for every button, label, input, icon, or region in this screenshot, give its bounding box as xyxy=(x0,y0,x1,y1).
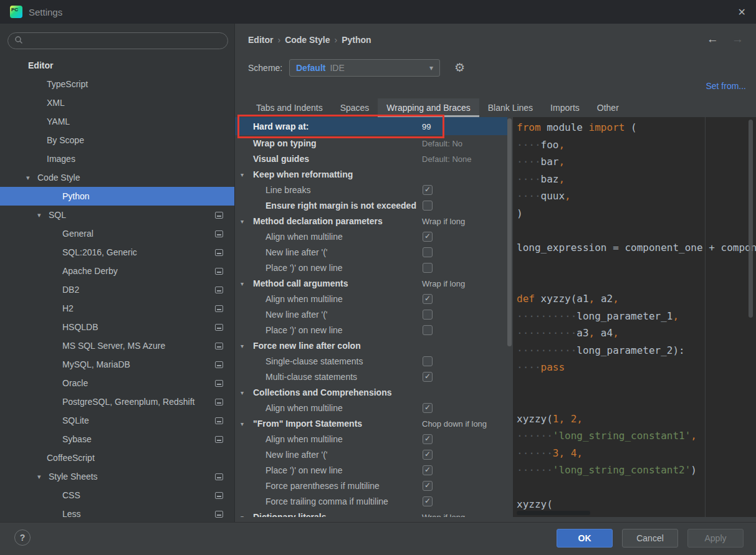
sidebar-item-yaml[interactable]: YAML xyxy=(0,112,234,131)
sidebar-item-sqlite[interactable]: SQLite xyxy=(0,411,234,430)
breadcrumb-item-editor[interactable]: Editor xyxy=(248,35,273,45)
chevron-down-icon[interactable]: ▾ xyxy=(241,217,244,224)
checkbox[interactable]: ✓ xyxy=(423,294,433,304)
checkbox[interactable]: ✓ xyxy=(423,450,433,460)
sidebar-item-coffeescript[interactable]: CoffeeScript xyxy=(0,448,234,467)
chevron-down-icon[interactable]: ▾ xyxy=(241,513,244,517)
setting-row-collections-and-comprehensions[interactable]: ▾Collections and Comprehensions xyxy=(235,384,507,400)
help-button[interactable]: ? xyxy=(14,529,31,546)
tab-tabs-and-indents[interactable]: Tabs and Indents xyxy=(247,98,332,117)
sidebar-item-by-scope[interactable]: By Scope xyxy=(0,131,234,149)
setting-value[interactable]: Wrap if long xyxy=(422,512,465,517)
setting-value[interactable]: Wrap if long xyxy=(422,278,465,288)
checkbox[interactable] xyxy=(423,310,433,320)
sidebar-item-hsqldb[interactable]: HSQLDB xyxy=(0,318,234,336)
setting-value[interactable]: 99 xyxy=(422,121,431,131)
cancel-button[interactable]: Cancel xyxy=(622,529,678,548)
ok-button[interactable]: OK xyxy=(557,529,613,548)
setting-row-align-when-multiline[interactable]: Align when multiline✓ xyxy=(235,400,507,415)
gear-icon[interactable]: ⚙ xyxy=(454,60,465,75)
sidebar-item-python[interactable]: Python xyxy=(0,187,234,206)
setting-row-method-declaration-parameters[interactable]: ▾Method declaration parametersWrap if lo… xyxy=(235,213,507,229)
tab-other[interactable]: Other xyxy=(588,98,628,117)
sidebar-item-less[interactable]: Less xyxy=(0,505,234,522)
setting-row-new-line-after[interactable]: New line after '(' xyxy=(235,306,507,322)
setting-row-align-when-multiline[interactable]: Align when multiline✓ xyxy=(235,229,507,244)
setting-row-wrap-on-typing[interactable]: Wrap on typingDefault: No xyxy=(235,135,507,151)
checkbox[interactable] xyxy=(423,201,433,211)
sidebar-item-sql[interactable]: ▾SQL xyxy=(0,206,234,224)
back-arrow-icon[interactable]: ← xyxy=(707,32,719,45)
setting-row-multi-clause-statements[interactable]: Multi-clause statements✓ xyxy=(235,369,507,384)
setting-row-from-import-statements[interactable]: ▾"From" Import StatementsChop down if lo… xyxy=(235,415,507,431)
setting-row-align-when-multiline[interactable]: Align when multiline✓ xyxy=(235,291,507,306)
setting-row-ensure-right-margin-is-not-exceeded[interactable]: Ensure right margin is not exceeded xyxy=(235,197,507,213)
chevron-down-icon[interactable]: ▾ xyxy=(37,206,41,224)
setting-row-place-on-new-line[interactable]: Place ')' on new line xyxy=(235,322,507,338)
checkbox[interactable]: ✓ xyxy=(423,185,433,195)
setting-row-line-breaks[interactable]: Line breaks✓ xyxy=(235,182,507,197)
checkbox[interactable]: ✓ xyxy=(423,403,433,413)
checkbox[interactable]: ✓ xyxy=(423,465,433,475)
sidebar-item-db2[interactable]: DB2 xyxy=(0,280,234,299)
sidebar-item-sql-2016-generic[interactable]: SQL:2016, Generic xyxy=(0,243,234,262)
chevron-down-icon[interactable]: ▾ xyxy=(241,420,244,427)
set-from-link[interactable]: Set from... xyxy=(706,81,746,91)
checkbox[interactable]: ✓ xyxy=(423,481,433,491)
sidebar-item-ms-sql-server-ms-azure[interactable]: MS SQL Server, MS Azure xyxy=(0,336,234,355)
checkbox[interactable] xyxy=(423,263,433,273)
sidebar-item-css[interactable]: CSS xyxy=(0,486,234,505)
setting-value[interactable]: Default: None xyxy=(422,154,472,163)
checkbox[interactable]: ✓ xyxy=(423,434,433,444)
chevron-down-icon[interactable]: ▾ xyxy=(241,280,244,287)
search-input[interactable] xyxy=(7,32,228,49)
checkbox[interactable]: ✓ xyxy=(423,232,433,242)
setting-row-force-parentheses-if-multiline[interactable]: Force parentheses if multiline✓ xyxy=(235,478,507,493)
sidebar-item-postgresql-greenplum-redshift[interactable]: PostgreSQL, Greenplum, Redshift xyxy=(0,392,234,411)
sidebar-item-style-sheets[interactable]: ▾Style Sheets xyxy=(0,467,234,486)
close-icon[interactable]: ✕ xyxy=(738,6,746,18)
setting-row-new-line-after[interactable]: New line after '(' xyxy=(235,244,507,260)
settings-scrollbar[interactable] xyxy=(507,118,512,346)
sidebar-item-general[interactable]: General xyxy=(0,224,234,243)
sidebar-item-xml[interactable]: XML xyxy=(0,93,234,112)
checkbox[interactable] xyxy=(423,325,433,335)
sidebar-item-typescript[interactable]: TypeScript xyxy=(0,75,234,93)
chevron-down-icon[interactable]: ▾ xyxy=(241,171,244,178)
scheme-select[interactable]: Default IDE ▾ xyxy=(289,59,440,77)
breadcrumb-item-code-style[interactable]: Code Style xyxy=(285,35,330,45)
setting-row-single-clause-statements[interactable]: Single-clause statements xyxy=(235,353,507,369)
editor-vertical-scrollbar[interactable] xyxy=(749,120,753,318)
setting-row-hard-wrap-at[interactable]: Hard wrap at:99 xyxy=(235,117,507,135)
setting-row-force-new-line-after-colon[interactable]: ▾Force new line after colon xyxy=(235,338,507,353)
checkbox[interactable] xyxy=(423,356,433,366)
sidebar-item-h2[interactable]: H2 xyxy=(0,299,234,318)
sidebar-item-images[interactable]: Images xyxy=(0,149,234,168)
setting-row-method-call-arguments[interactable]: ▾Method call argumentsWrap if long xyxy=(235,275,507,291)
sidebar-item-code-style[interactable]: ▾Code Style xyxy=(0,168,234,187)
sidebar-item-mysql-mariadb[interactable]: MySQL, MariaDB xyxy=(0,355,234,374)
chevron-down-icon[interactable]: ▾ xyxy=(241,389,244,396)
setting-row-keep-when-reformatting[interactable]: ▾Keep when reformatting xyxy=(235,166,507,182)
chevron-down-icon[interactable]: ▾ xyxy=(241,342,244,349)
chevron-down-icon[interactable]: ▾ xyxy=(26,168,30,187)
sidebar-item-oracle[interactable]: Oracle xyxy=(0,374,234,392)
tab-spaces[interactable]: Spaces xyxy=(332,98,378,117)
tab-imports[interactable]: Imports xyxy=(542,98,588,117)
setting-row-force-trailing-comma-if-multiline[interactable]: Force trailing comma if multiline✓ xyxy=(235,493,507,509)
checkbox[interactable]: ✓ xyxy=(423,372,433,382)
setting-value[interactable]: Chop down if long xyxy=(422,419,487,428)
sidebar-item-editor[interactable]: Editor xyxy=(0,56,234,75)
chevron-down-icon[interactable]: ▾ xyxy=(37,467,41,486)
sidebar-item-apache-derby[interactable]: Apache Derby xyxy=(0,262,234,280)
setting-value[interactable]: Wrap if long xyxy=(422,216,465,225)
setting-value[interactable]: Default: No xyxy=(422,138,462,148)
checkbox[interactable] xyxy=(423,247,433,257)
setting-row-visual-guides[interactable]: Visual guidesDefault: None xyxy=(235,151,507,166)
tab-wrapping-and-braces[interactable]: Wrapping and Braces xyxy=(378,98,479,117)
breadcrumb-item-python[interactable]: Python xyxy=(342,35,371,45)
setting-row-align-when-multiline[interactable]: Align when multiline✓ xyxy=(235,431,507,447)
checkbox[interactable]: ✓ xyxy=(423,496,433,506)
apply-button[interactable]: Apply xyxy=(687,529,744,548)
sidebar-item-sybase[interactable]: Sybase xyxy=(0,430,234,448)
